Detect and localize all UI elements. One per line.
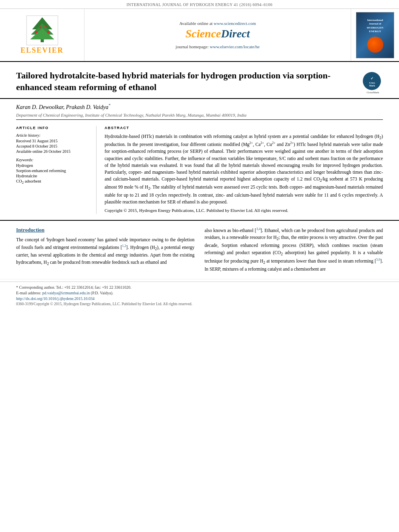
crossmark-badge: ✓ Cross Mark CrossMark [363,72,383,94]
svg-point-9 [44,26,46,28]
svg-text:Cross: Cross [369,82,375,84]
svg-text:✓: ✓ [370,76,374,80]
abstract-copyright: Copyright © 2015, Hydrogen Energy Public… [105,207,383,214]
title-crossmark-row: Tailored hydrotalcite-based hybrid mater… [16,70,383,94]
title-section: Tailored hydrotalcite-based hybrid mater… [0,62,399,99]
introduction-section: Introduction The concept of 'hydrogen ba… [0,221,399,280]
svg-point-6 [35,31,37,33]
elsevier-label: ELSEVIER [21,46,64,55]
article-info-header: Article Info [16,126,90,130]
svg-point-7 [47,31,49,33]
abstract-column: Abstract Hydrotalcite-based (HTlc) mater… [105,126,383,214]
intro-left-text: The concept of 'hydrogen based economy' … [16,236,195,267]
keywords-section: Keywords: Hydrogen Sorption-enhanced ref… [16,158,90,185]
article-title: Tailored hydrotalcite-based hybrid mater… [16,70,355,93]
keyword-4: CO2 adsorbent [16,179,90,185]
footer-doi: http://dx.doi.org/10.1016/j.ijhydene.201… [16,296,383,301]
keyword-2: Sorption-enhanced reforming [16,168,90,173]
sciencedirect-link[interactable]: www.sciencedirect.com [214,21,256,26]
footer-copyright: 0360-3199/Copyright © 2015, Hydrogen Ene… [16,302,383,306]
intro-right-text: also known as bio-ethanol [3,4]. Ethanol… [205,227,383,273]
intro-columns: Introduction The concept of 'hydrogen ba… [16,227,383,273]
authors-section: Karan D. Dewoolkar, Prakash D. Vaidya* D… [0,99,399,119]
svg-text:Mark: Mark [369,84,375,87]
available-online-date: Available online 26 October 2015 [16,149,90,154]
svg-point-8 [39,27,41,29]
asterisk-sup: * [108,103,110,107]
keywords-label: Keywords: [16,158,90,162]
crossmark-icon: ✓ Cross Mark [363,72,381,90]
journal-cover-section: InternationalJournal ofHYDROGENENERGY [351,9,399,61]
footer-email: E-mail address: pd.vaidya@ictmumbai.edu.… [16,291,383,295]
introduction-heading: Introduction [16,227,195,233]
sciencedirect-logo: ScienceDirect [185,27,250,40]
doi-link[interactable]: http://dx.doi.org/10.1016/j.ijhydene.201… [16,296,95,301]
authors-names: Karan D. Dewoolkar, Prakash D. Vaidya* [16,103,383,111]
email-link[interactable]: pd.vaidya@ictmumbai.edu.in [42,291,90,295]
journal-bar: International Journal of Hydrogen Energy… [0,0,399,9]
header-section: ELSEVIER Available online at www.science… [0,9,399,62]
homepage-link[interactable]: www.elsevier.com/locate/he [210,44,260,49]
intro-left-column: Introduction The concept of 'hydrogen ba… [16,227,195,273]
article-info-abstract-section: Article Info Article history: Received 3… [0,120,399,221]
cover-graphic [367,37,383,53]
intro-right-column: also known as bio-ethanol [3,4]. Ethanol… [205,227,383,273]
received-date: Received 31 August 2015 [16,139,90,143]
footer-corresponding: * Corresponding author. Tel.: +91 22 336… [16,285,383,290]
elsevier-logo-section: ELSEVIER [0,9,84,61]
elsevier-logo: ELSEVIER [8,13,76,57]
journal-homepage: journal homepage: www.elsevier.com/locat… [176,44,260,49]
abstract-text: Hydrotalcite-based (HTlc) materials in c… [105,133,383,206]
crossmark-label: CrossMark [363,91,383,94]
page-footer: * Corresponding author. Tel.: +91 22 336… [0,281,399,309]
affiliation-text: Department of Chemical Engineering, Inst… [16,113,383,117]
history-label: Article history: [16,133,90,138]
sciencedirect-section: Available online at www.sciencedirect.co… [84,9,351,61]
keyword-3: Hydrotalcite [16,174,90,178]
keyword-1: Hydrogen [16,163,90,168]
journal-bar-text: International Journal of Hydrogen Energy… [126,2,272,7]
abstract-header: Abstract [105,126,383,130]
accepted-date: Accepted 8 October 2015 [16,144,90,148]
elsevier-tree-icon [26,15,58,45]
available-online-text: Available online at www.sciencedirect.co… [179,21,256,26]
article-info-column: Article Info Article history: Received 3… [16,126,97,214]
cover-title: InternationalJournal ofHYDROGENENERGY [366,17,385,34]
journal-cover-image: InternationalJournal ofHYDROGENENERGY [356,12,394,58]
article-history-group: Article history: Received 31 August 2015… [16,133,90,154]
